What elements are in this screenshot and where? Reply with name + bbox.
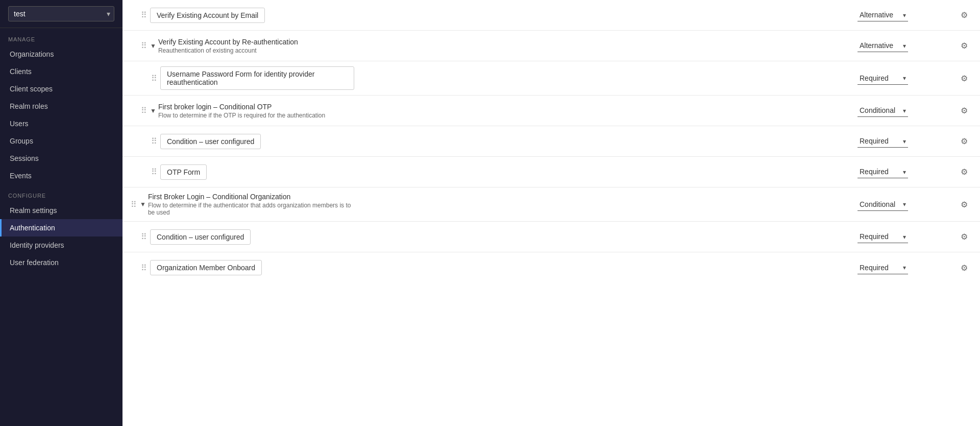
requirement-select[interactable]: Alternative Required Disabled Conditiona… xyxy=(857,39,908,52)
drag-handle[interactable]: ⠿ xyxy=(122,167,160,177)
sidebar-item-client-scopes[interactable]: Client scopes xyxy=(0,80,122,98)
flow-name-box: Organization Member Onboard xyxy=(150,260,262,275)
gear-button[interactable]: ⚙ xyxy=(959,39,970,53)
requirement-select[interactable]: Conditional Required Alternative Disable… xyxy=(857,104,908,117)
flow-actions: ⚙ xyxy=(949,8,970,22)
flow-actions: ⚙ xyxy=(949,198,970,211)
drag-handle[interactable]: ⠿ xyxy=(122,200,140,209)
flow-row-verify-email: ⠿ Verify Existing Account by Email Alter… xyxy=(122,0,980,31)
requirement-select[interactable]: Required Alternative Disabled Conditiona… xyxy=(857,262,908,274)
drag-handle[interactable]: ⠿ xyxy=(122,106,150,115)
flow-row-broker-org: ⠿ ▼ First Broker Login – Conditional Org… xyxy=(122,187,980,222)
flow-row-otp-form: ⠿ OTP Form Required Alternative Disabled… xyxy=(122,157,980,187)
sidebar-item-realm-roles[interactable]: Realm roles xyxy=(0,98,122,115)
drag-handle[interactable]: ⠿ xyxy=(122,232,150,242)
flow-row-condition-user-1: ⠿ Condition – user configured Required A… xyxy=(122,126,980,157)
drag-handle[interactable]: ⠿ xyxy=(122,74,160,83)
flow-name-block: First broker login – Conditional OTP Flo… xyxy=(158,103,847,119)
main-content: ⠿ Verify Existing Account by Email Alter… xyxy=(122,0,980,426)
requirement-select[interactable]: Required Alternative Disabled Conditiona… xyxy=(857,230,908,243)
flow-requirement[interactable]: Required Alternative Disabled Conditiona… xyxy=(857,72,939,85)
flow-row-org-member-onboard: ⠿ Organization Member Onboard Required A… xyxy=(122,252,980,283)
sidebar-item-sessions[interactable]: Sessions xyxy=(0,150,122,167)
flow-requirement[interactable]: Required Alternative Disabled Conditiona… xyxy=(857,135,939,148)
flow-name-block: Condition – user configured xyxy=(150,229,847,245)
chevron-down-icon[interactable]: ▼ xyxy=(140,201,146,208)
flow-requirement[interactable]: Required Alternative Disabled Conditiona… xyxy=(857,165,939,178)
flow-description: Reauthentication of existing account xyxy=(158,47,362,54)
flow-description: Flow to determine if the OTP is required… xyxy=(158,112,362,119)
flow-row-verify-reauth: ⠿ ▼ Verify Existing Account by Re-authen… xyxy=(122,31,980,61)
flow-name-text: Verify Existing Account by Re-authentica… xyxy=(158,38,847,46)
chevron-down-icon[interactable]: ▼ xyxy=(150,107,156,114)
gear-button[interactable]: ⚙ xyxy=(959,261,970,275)
flow-requirement[interactable]: Alternative Required Disabled Conditiona… xyxy=(857,39,939,52)
requirement-select[interactable]: Required Alternative Disabled Conditiona… xyxy=(857,72,908,85)
gear-button[interactable]: ⚙ xyxy=(959,8,970,22)
requirement-select-wrapper[interactable]: Required Alternative Disabled Conditiona… xyxy=(857,135,908,148)
requirement-select-wrapper[interactable]: Required Alternative Disabled Conditiona… xyxy=(857,230,908,243)
flow-actions: ⚙ xyxy=(949,230,970,244)
flow-name-block: First Broker Login – Conditional Organiz… xyxy=(148,193,847,216)
flow-name-box: Verify Existing Account by Email xyxy=(150,8,265,23)
realm-select[interactable]: test xyxy=(8,6,114,21)
requirement-select-wrapper[interactable]: Conditional Required Alternative Disable… xyxy=(857,104,908,117)
requirement-select[interactable]: Required Alternative Disabled Conditiona… xyxy=(857,165,908,178)
chevron-down-icon[interactable]: ▼ xyxy=(150,42,156,50)
flow-name-block: Organization Member Onboard xyxy=(150,260,847,275)
flow-name-block: OTP Form xyxy=(160,164,847,180)
sidebar-item-users[interactable]: Users xyxy=(0,115,122,132)
flow-requirement[interactable]: Conditional Required Alternative Disable… xyxy=(857,198,939,211)
flow-name-text: First broker login – Conditional OTP xyxy=(158,103,847,111)
flow-requirement[interactable]: Conditional Required Alternative Disable… xyxy=(857,104,939,117)
sidebar-item-realm-settings[interactable]: Realm settings xyxy=(0,202,122,219)
sidebar-item-clients[interactable]: Clients xyxy=(0,63,122,80)
requirement-select[interactable]: Conditional Required Alternative Disable… xyxy=(857,198,908,211)
sidebar-item-authentication[interactable]: Authentication xyxy=(0,219,122,236)
flow-name-block: Condition – user configured xyxy=(160,134,847,149)
requirement-select-wrapper[interactable]: Required Alternative Disabled Conditiona… xyxy=(857,165,908,178)
gear-button[interactable]: ⚙ xyxy=(959,134,970,148)
flow-name-box: Condition – user configured xyxy=(150,229,251,245)
requirement-select-wrapper[interactable]: Required Alternative Disabled Conditiona… xyxy=(857,72,908,85)
flow-name-block: Verify Existing Account by Re-authentica… xyxy=(158,38,847,54)
flow-name-box: Condition – user configured xyxy=(160,134,261,149)
requirement-select-wrapper[interactable]: Conditional Required Alternative Disable… xyxy=(857,198,908,211)
flow-list: ⠿ Verify Existing Account by Email Alter… xyxy=(122,0,980,283)
flow-name-block: Username Password Form for identity prov… xyxy=(160,66,847,90)
flow-row-broker-otp: ⠿ ▼ First broker login – Conditional OTP… xyxy=(122,96,980,126)
flow-actions: ⚙ xyxy=(949,39,970,53)
flow-name-text: First Broker Login – Conditional Organiz… xyxy=(148,193,847,201)
sidebar-item-organizations[interactable]: Organizations xyxy=(0,45,122,63)
requirement-select-wrapper[interactable]: Required Alternative Disabled Conditiona… xyxy=(857,262,908,274)
requirement-select[interactable]: Required Alternative Disabled Conditiona… xyxy=(857,135,908,148)
flow-row-condition-user-2: ⠿ Condition – user configured Required A… xyxy=(122,222,980,252)
flow-actions: ⚙ xyxy=(949,104,970,117)
drag-handle[interactable]: ⠿ xyxy=(122,41,150,51)
sidebar-item-user-federation[interactable]: User federation xyxy=(0,254,122,271)
requirement-select-wrapper[interactable]: Alternative Required Disabled Conditiona… xyxy=(857,9,908,21)
sidebar-item-events[interactable]: Events xyxy=(0,167,122,184)
flow-requirement[interactable]: Required Alternative Disabled Conditiona… xyxy=(857,230,939,243)
drag-handle[interactable]: ⠿ xyxy=(122,10,150,20)
requirement-select[interactable]: Alternative Required Disabled Conditiona… xyxy=(857,9,908,21)
gear-button[interactable]: ⚙ xyxy=(959,198,970,211)
gear-button[interactable]: ⚙ xyxy=(959,230,970,244)
flow-requirement[interactable]: Required Alternative Disabled Conditiona… xyxy=(857,262,939,274)
flow-requirement[interactable]: Alternative Required Disabled Conditiona… xyxy=(857,9,939,21)
flow-actions: ⚙ xyxy=(949,72,970,85)
sidebar-item-groups[interactable]: Groups xyxy=(0,132,122,150)
realm-selector-wrapper[interactable]: test xyxy=(8,6,114,21)
flow-name-box: Username Password Form for identity prov… xyxy=(160,66,354,90)
flow-row-username-password: ⠿ Username Password Form for identity pr… xyxy=(122,61,980,96)
drag-handle[interactable]: ⠿ xyxy=(122,263,150,273)
gear-button[interactable]: ⚙ xyxy=(959,72,970,85)
requirement-select-wrapper[interactable]: Alternative Required Disabled Conditiona… xyxy=(857,39,908,52)
gear-button[interactable]: ⚙ xyxy=(959,165,970,179)
flow-actions: ⚙ xyxy=(949,134,970,148)
flow-description: Flow to determine if the authenticator t… xyxy=(148,202,352,216)
drag-handle[interactable]: ⠿ xyxy=(122,136,160,146)
gear-button[interactable]: ⚙ xyxy=(959,104,970,117)
sidebar-header: test xyxy=(0,0,122,28)
sidebar-item-identity-providers[interactable]: Identity providers xyxy=(0,236,122,254)
